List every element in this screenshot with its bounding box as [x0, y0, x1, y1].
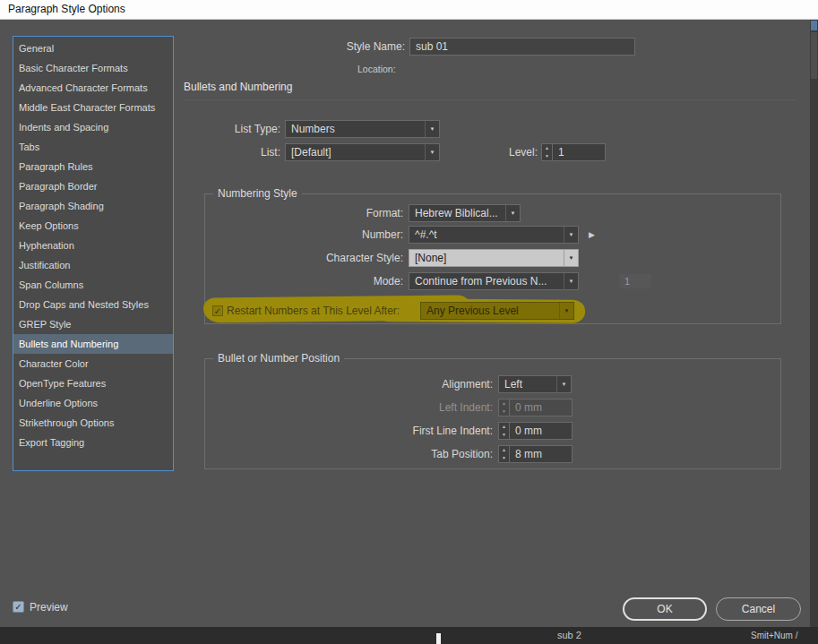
- character-style-dropdown[interactable]: [None] ▼: [409, 249, 579, 267]
- list-type-label: List Type:: [184, 120, 280, 138]
- scrollbar-thumb[interactable]: [811, 21, 817, 30]
- sidebar-item-advanced-character-formats[interactable]: Advanced Character Formats: [13, 78, 173, 98]
- sidebar-item-middle-east-character-formats[interactable]: Middle East Character Formats: [13, 98, 173, 117]
- chevron-down-icon: ▼: [564, 250, 578, 266]
- sidebar-item-bullets-and-numbering[interactable]: Bullets and Numbering: [13, 334, 173, 354]
- sidebar-item-strikethrough-options[interactable]: Strikethrough Options: [13, 413, 173, 433]
- sidebar-item-span-columns[interactable]: Span Columns: [13, 275, 173, 295]
- spinner-up-icon: ▲: [499, 399, 509, 408]
- number-label: Number:: [241, 226, 403, 244]
- tab-position-label: Tab Position:: [331, 445, 493, 463]
- section-divider: [184, 99, 796, 100]
- sidebar-item-grep-style[interactable]: GREP Style: [13, 314, 173, 334]
- alignment-value: Left: [499, 378, 556, 391]
- spinner-down-icon[interactable]: ▼: [542, 152, 552, 160]
- scrollbar[interactable]: [810, 20, 818, 627]
- chevron-down-icon: ▼: [505, 205, 520, 221]
- level-field[interactable]: 1: [553, 143, 606, 161]
- first-line-indent-field[interactable]: 0 mm: [510, 422, 573, 440]
- dialog-titlebar[interactable]: Paragraph Style Options: [0, 0, 818, 20]
- background-panel-strip: [0, 627, 818, 644]
- spinner-up-icon[interactable]: ▲: [542, 144, 552, 152]
- preview-label: Preview: [30, 598, 68, 616]
- list-dropdown[interactable]: [Default] ▼: [285, 143, 440, 161]
- style-options-sidebar: General Basic Character Formats Advanced…: [13, 36, 174, 471]
- first-line-indent-stepper: ▲ ▼ 0 mm: [498, 422, 573, 440]
- bullet-position-group: Bullet or Number Position Alignment: Lef…: [204, 358, 781, 469]
- sidebar-item-tabs[interactable]: Tabs: [13, 137, 173, 157]
- sidebar-item-justification[interactable]: Justification: [13, 255, 173, 275]
- list-value: [Default]: [286, 146, 425, 159]
- numbering-style-group: Numbering Style Format: Hebrew Biblical.…: [204, 193, 781, 324]
- format-label: Format:: [241, 204, 403, 222]
- list-type-value: Numbers: [286, 123, 425, 135]
- sidebar-item-underline-options[interactable]: Underline Options: [13, 393, 173, 413]
- number-flyout-icon[interactable]: ▶: [589, 230, 595, 239]
- list-label: List:: [184, 143, 280, 161]
- mode-dropdown[interactable]: Continue from Previous N... ▼: [409, 272, 579, 290]
- stepper-arrows[interactable]: ▲ ▼: [498, 422, 510, 440]
- restart-numbers-checkbox[interactable]: ✓: [212, 305, 223, 316]
- sidebar-item-basic-character-formats[interactable]: Basic Character Formats: [13, 58, 173, 78]
- sidebar-item-hyphenation[interactable]: Hyphenation: [13, 236, 173, 255]
- stepper-arrows[interactable]: ▲ ▼: [541, 143, 553, 161]
- spinner-down-icon: ▼: [499, 408, 509, 416]
- sidebar-item-drop-caps-and-nested-styles[interactable]: Drop Caps and Nested Styles: [13, 295, 173, 314]
- number-combo[interactable]: ^#.^t ▼: [409, 226, 579, 244]
- alignment-dropdown[interactable]: Left ▼: [498, 375, 572, 393]
- list-type-dropdown[interactable]: Numbers ▼: [285, 120, 440, 138]
- background-panel-fragment: [436, 633, 441, 644]
- tab-position-stepper: ▲ ▼ 8 mm: [498, 445, 573, 463]
- left-indent-stepper: ▲ ▼ 0 mm: [498, 399, 573, 416]
- level-label: Level:: [466, 143, 538, 161]
- stepper-arrows: ▲ ▼: [498, 399, 510, 416]
- mode-value: Continue from Previous N...: [409, 275, 564, 288]
- sidebar-item-paragraph-rules[interactable]: Paragraph Rules: [13, 157, 173, 176]
- sidebar-item-general[interactable]: General: [13, 39, 173, 58]
- restart-level-dropdown[interactable]: Any Previous Level ▼: [420, 302, 574, 320]
- alignment-label: Alignment:: [331, 375, 493, 393]
- spinner-up-icon[interactable]: ▲: [499, 446, 509, 454]
- sidebar-item-export-tagging[interactable]: Export Tagging: [13, 433, 173, 452]
- mode-aux-field: 1: [619, 274, 651, 288]
- check-icon: ✓: [214, 306, 221, 316]
- scrollbar-track-segment: [811, 32, 817, 79]
- mode-label: Mode:: [241, 272, 403, 290]
- check-icon: ✓: [14, 602, 22, 612]
- level-stepper: ▲ ▼ 1: [541, 143, 606, 161]
- chevron-down-icon: ▼: [556, 376, 571, 392]
- restart-numbers-label: Restart Numbers at This Level After:: [227, 302, 400, 320]
- sidebar-item-keep-options[interactable]: Keep Options: [13, 216, 173, 236]
- restart-level-value: Any Previous Level: [421, 305, 559, 317]
- chevron-down-icon: ▼: [564, 227, 578, 243]
- numbering-style-legend: Numbering Style: [213, 186, 302, 201]
- format-value: Hebrew Biblical...: [409, 207, 505, 219]
- chevron-down-icon: ▼: [564, 273, 578, 289]
- dialog-title: Paragraph Style Options: [0, 0, 125, 19]
- sidebar-item-indents-and-spacing[interactable]: Indents and Spacing: [13, 117, 173, 137]
- sidebar-item-character-color[interactable]: Character Color: [13, 354, 173, 374]
- chevron-down-icon: ▼: [559, 303, 573, 319]
- background-shortcut-text: Smit+Num /: [751, 631, 798, 640]
- ok-button[interactable]: OK: [623, 597, 707, 621]
- spinner-down-icon[interactable]: ▼: [499, 454, 509, 462]
- stepper-arrows[interactable]: ▲ ▼: [498, 445, 510, 463]
- cancel-button[interactable]: Cancel: [716, 597, 801, 621]
- bullet-position-legend: Bullet or Number Position: [213, 351, 344, 365]
- spinner-down-icon[interactable]: ▼: [499, 431, 509, 439]
- format-dropdown[interactable]: Hebrew Biblical... ▼: [409, 204, 521, 222]
- sidebar-item-paragraph-shading[interactable]: Paragraph Shading: [13, 196, 173, 216]
- left-indent-field: 0 mm: [510, 399, 573, 416]
- chevron-down-icon: ▼: [425, 121, 439, 137]
- style-name-input[interactable]: [409, 38, 635, 56]
- sidebar-item-paragraph-border[interactable]: Paragraph Border: [13, 176, 173, 196]
- page-title: Bullets and Numbering: [184, 81, 292, 93]
- preview-checkbox[interactable]: ✓: [13, 601, 24, 613]
- spinner-up-icon[interactable]: ▲: [499, 423, 509, 431]
- location-label: Location:: [357, 64, 396, 74]
- sidebar-item-opentype-features[interactable]: OpenType Features: [13, 374, 173, 393]
- background-style-name: sub 2: [557, 630, 581, 640]
- tab-position-field[interactable]: 8 mm: [510, 445, 573, 463]
- chevron-down-icon: ▼: [425, 144, 439, 160]
- paragraph-style-options-dialog: Paragraph Style Options General Basic Ch…: [0, 0, 818, 644]
